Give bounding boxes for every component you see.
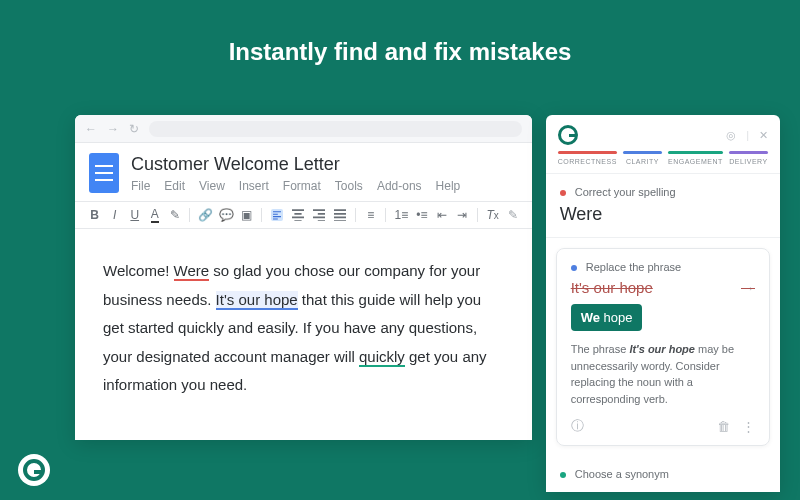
nav-reload-icon[interactable]: ↻ — [129, 122, 139, 136]
gdoc-icon — [89, 153, 119, 193]
panel-header: ◎ | ✕ — [546, 115, 780, 151]
comment-icon[interactable]: 💬 — [220, 209, 232, 221]
nav-back-icon[interactable]: ← — [85, 122, 97, 136]
text-color-icon[interactable]: A — [149, 209, 160, 221]
underline-icon[interactable]: U — [129, 209, 140, 221]
spelling-word: Were — [560, 204, 766, 225]
edit-mode-icon[interactable]: ✎ — [508, 208, 518, 222]
browser-bar: ← → ↻ — [75, 115, 532, 143]
image-icon[interactable]: ▣ — [241, 209, 252, 221]
body-text: Welcome! — [103, 262, 174, 279]
url-bar[interactable] — [149, 121, 522, 137]
align-justify-icon[interactable] — [334, 209, 346, 221]
card-replace-phrase[interactable]: Replace the phrase It's our hope → We ho… — [556, 248, 770, 446]
menu-tools[interactable]: Tools — [335, 179, 363, 193]
category-dot-icon — [560, 472, 566, 478]
goals-icon[interactable]: ◎ — [726, 129, 736, 142]
card-spelling[interactable]: Correct your spelling Were — [546, 174, 780, 238]
close-icon[interactable]: ✕ — [759, 129, 768, 142]
grammarly-panel: ◎ | ✕ CORRECTNESS CLARITY ENGAGEMENT DEL… — [546, 115, 780, 492]
divider: | — [746, 129, 749, 141]
outdent-icon[interactable]: ⇤ — [437, 209, 448, 221]
numbered-list-icon[interactable]: 1≡ — [395, 209, 407, 221]
nav-forward-icon[interactable]: → — [107, 122, 119, 136]
tab-correctness[interactable]: CORRECTNESS — [558, 151, 617, 165]
error-engagement[interactable]: quickly — [359, 348, 405, 367]
align-right-icon[interactable] — [313, 209, 325, 221]
italic-icon[interactable]: I — [109, 209, 120, 221]
menu-file[interactable]: File — [131, 179, 150, 193]
card-title: Correct your spelling — [560, 186, 766, 198]
doc-header: Customer Welcome Letter File Edit View I… — [75, 143, 532, 193]
doc-editor: ← → ↻ Customer Welcome Letter File Edit … — [75, 115, 532, 440]
card-synonym[interactable]: Choose a synonym — [546, 456, 780, 492]
hero-title: Instantly find and fix mistakes — [0, 38, 800, 66]
card-title: Replace the phrase — [571, 261, 755, 273]
tab-engagement[interactable]: ENGAGEMENT — [668, 151, 723, 165]
doc-body[interactable]: Welcome! Were so glad you chose our comp… — [75, 229, 532, 440]
more-icon[interactable]: ⋮ — [742, 419, 755, 434]
separator — [385, 208, 386, 222]
card-actions: ⓘ 🗑 ⋮ — [571, 417, 755, 435]
menu-addons[interactable]: Add-ons — [377, 179, 422, 193]
category-dot-icon — [560, 190, 566, 196]
bold-icon[interactable]: B — [89, 209, 100, 221]
category-dot-icon — [571, 265, 577, 271]
doc-title[interactable]: Customer Welcome Letter — [131, 154, 518, 175]
menu-help[interactable]: Help — [436, 179, 461, 193]
error-clarity[interactable]: It's our hope — [216, 291, 298, 310]
menu-edit[interactable]: Edit — [164, 179, 185, 193]
original-phrase: It's our hope → — [571, 279, 755, 296]
error-spelling[interactable]: Were — [174, 262, 210, 281]
bulleted-list-icon[interactable]: •≡ — [416, 209, 427, 221]
card-title: Choose a synonym — [560, 468, 766, 480]
clear-format-icon[interactable]: Tx — [487, 209, 499, 221]
separator — [355, 208, 356, 222]
line-spacing-icon[interactable]: ≡ — [365, 209, 376, 221]
dismiss-icon[interactable]: 🗑 — [717, 419, 730, 434]
category-tabs: CORRECTNESS CLARITY ENGAGEMENT DELIVERY — [546, 151, 780, 174]
link-icon[interactable]: 🔗 — [199, 209, 211, 221]
info-icon[interactable]: ⓘ — [571, 417, 584, 435]
indent-icon[interactable]: ⇥ — [457, 209, 468, 221]
grammarly-logo-icon — [558, 125, 578, 145]
separator — [189, 208, 190, 222]
grammarly-badge-icon — [18, 454, 50, 486]
menu-insert[interactable]: Insert — [239, 179, 269, 193]
align-center-icon[interactable] — [292, 209, 304, 221]
tab-delivery[interactable]: DELIVERY — [729, 151, 768, 165]
align-left-icon[interactable] — [271, 209, 283, 221]
menu-view[interactable]: View — [199, 179, 225, 193]
menu-format[interactable]: Format — [283, 179, 321, 193]
menu-row: File Edit View Insert Format Tools Add-o… — [131, 179, 518, 193]
toolbar: B I U A ✎ 🔗 💬 ▣ ≡ 1≡ — [75, 201, 532, 229]
tab-clarity[interactable]: CLARITY — [623, 151, 662, 165]
apply-suggestion-button[interactable]: We hope — [571, 304, 643, 331]
content-row: ← → ↻ Customer Welcome Letter File Edit … — [75, 115, 780, 500]
separator — [477, 208, 478, 222]
highlight-icon[interactable]: ✎ — [169, 209, 180, 221]
separator — [261, 208, 262, 222]
arrow-right-icon: → — [741, 280, 755, 296]
suggestion-explanation: The phrase It's our hope may be unnecess… — [571, 341, 755, 407]
